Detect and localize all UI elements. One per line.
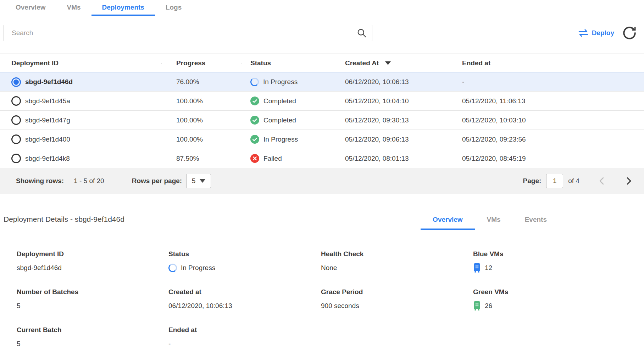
details-header: Deployment Details - sbgd-9ef1d46d Overv… <box>0 215 644 230</box>
deployments-table: Deployment ID Progress Status Created At… <box>0 54 644 194</box>
deployment-id: sbgd-9ef1d45a <box>25 97 70 105</box>
table-header-row: Deployment ID Progress Status Created At… <box>0 54 644 72</box>
spinner-icon <box>250 78 259 86</box>
table-row[interactable]: sbgd-9ef1d46d 76.00% In Progress 06/12/2… <box>0 72 644 92</box>
tab-logs[interactable]: Logs <box>155 0 192 16</box>
ended-at-cell: - <box>453 78 644 86</box>
created-at-cell: 05/12/2020, 08:01:13 <box>336 155 453 163</box>
tab-overview[interactable]: Overview <box>5 0 56 16</box>
check-circle-icon <box>250 116 259 125</box>
column-header-status[interactable]: Status <box>241 59 336 67</box>
check-circle-icon <box>250 135 259 144</box>
column-header-progress[interactable]: Progress <box>161 59 241 67</box>
table-row[interactable]: sbgd-9ef1d47g 100.00% Completed 05/12/20… <box>0 111 644 130</box>
deployment-id: sbgd-9ef1d4k8 <box>25 155 70 163</box>
rows-per-page-value: 5 <box>192 177 196 185</box>
ended-at-cell: 05/12/2020, 10:03:10 <box>453 116 644 124</box>
showing-rows-value: 1 - 5 of 20 <box>74 177 104 185</box>
field-status: Status In Progress <box>168 250 321 273</box>
tab-deployments[interactable]: Deployments <box>91 0 155 16</box>
chevron-left-icon[interactable] <box>596 176 607 186</box>
column-header-created-at[interactable]: Created At <box>336 59 453 67</box>
details-tab-bar: Overview VMs Events <box>421 216 559 230</box>
search-input[interactable] <box>12 29 356 37</box>
table-row[interactable]: sbgd-9ef1d400 100.00% In Progress 05/12/… <box>0 130 644 149</box>
row-radio[interactable] <box>11 115 21 125</box>
vm-blue-icon <box>473 263 481 273</box>
details-tab-overview[interactable]: Overview <box>421 216 475 230</box>
row-radio[interactable] <box>11 154 21 163</box>
field-current-batch: Current Batch 5 <box>17 326 168 348</box>
deploy-button[interactable]: Deploy <box>578 29 614 37</box>
deployment-id: sbgd-9ef1d400 <box>25 136 70 143</box>
deploy-label: Deploy <box>592 29 614 37</box>
status-text: Completed <box>263 116 296 124</box>
x-circle-icon <box>250 154 259 163</box>
vm-green-icon <box>473 301 481 310</box>
deployment-id: sbgd-9ef1d47g <box>25 116 70 124</box>
dropdown-arrow-icon <box>200 179 205 183</box>
rows-per-page-select[interactable]: 5 <box>186 174 211 188</box>
progress-cell: 87.50% <box>161 155 241 163</box>
deployments-page: Overview VMs Deployments Logs Deploy Dep… <box>0 0 644 352</box>
field-created-at: Created at 06/12/2020, 10:06:13 <box>168 288 321 310</box>
progress-cell: 100.00% <box>161 97 241 105</box>
field-number-of-batches: Number of Batches 5 <box>17 288 168 310</box>
field-green-vms: Green VMs 26 <box>473 288 644 310</box>
page-label: Page: <box>523 177 542 185</box>
rows-per-page-label: Rows per page: <box>132 177 182 185</box>
status-text: In Progress <box>263 136 298 143</box>
refresh-icon[interactable] <box>622 26 637 40</box>
details-tab-events[interactable]: Events <box>513 216 559 230</box>
row-radio[interactable] <box>11 96 21 106</box>
created-at-cell: 05/12/2020, 09:06:13 <box>336 136 453 143</box>
top-tab-bar: Overview VMs Deployments Logs <box>0 0 644 16</box>
created-at-cell: 05/12/2020, 09:30:13 <box>336 116 453 124</box>
ended-at-cell: 05/12/2020, 08:45:19 <box>453 155 644 163</box>
deployment-id: sbgd-9ef1d46d <box>25 78 73 86</box>
ended-at-cell: 05/12/2020, 09:23:56 <box>453 136 644 143</box>
page-total: of 4 <box>568 177 579 185</box>
showing-rows-label: Showing rows: <box>16 177 64 185</box>
field-ended-at: Ended at - <box>168 326 321 348</box>
field-deployment-id: Deployment ID sbgd-9ef1d46d <box>17 250 168 273</box>
toolbar: Deploy <box>0 25 644 41</box>
row-radio-selected[interactable] <box>11 77 21 87</box>
pager: Page: of 4 <box>523 174 634 188</box>
table-row[interactable]: sbgd-9ef1d4k8 87.50% Failed 05/12/2020, … <box>0 149 644 168</box>
created-at-cell: 05/12/2020, 10:04:10 <box>336 97 453 105</box>
details-grid: Deployment ID sbgd-9ef1d46d Status In Pr… <box>0 250 644 348</box>
field-grace-period: Grace Period 900 seconds <box>321 288 473 310</box>
table-footer: Showing rows: 1 - 5 of 20 Rows per page:… <box>0 168 644 194</box>
page-number-input[interactable] <box>546 174 563 188</box>
progress-cell: 100.00% <box>161 136 241 143</box>
status-text: Failed <box>263 155 282 163</box>
chevron-right-icon[interactable] <box>623 176 634 186</box>
field-blue-vms: Blue VMs 12 <box>473 250 644 273</box>
spinner-icon <box>168 264 177 272</box>
table-row[interactable]: sbgd-9ef1d45a 100.00% Completed 05/12/20… <box>0 92 644 111</box>
status-text: In Progress <box>263 78 298 86</box>
sort-desc-icon[interactable] <box>385 61 391 65</box>
details-title: Deployment Details - sbgd-9ef1d46d <box>4 215 124 230</box>
details-tab-vms[interactable]: VMs <box>475 216 513 230</box>
field-health-check: Health Check None <box>321 250 473 273</box>
column-header-ended-at[interactable]: Ended at <box>453 59 644 67</box>
search-box[interactable] <box>4 25 372 41</box>
progress-cell: 100.00% <box>161 116 241 124</box>
row-radio[interactable] <box>11 134 21 144</box>
tab-vms[interactable]: VMs <box>56 0 91 16</box>
swap-arrows-icon <box>578 29 588 37</box>
search-icon <box>356 28 367 38</box>
column-header-deployment-id[interactable]: Deployment ID <box>0 59 161 67</box>
ended-at-cell: 05/12/2020, 11:06:13 <box>453 97 644 105</box>
status-text: Completed <box>263 97 296 105</box>
check-circle-icon <box>250 97 259 105</box>
progress-cell: 76.00% <box>161 78 241 86</box>
created-at-cell: 06/12/2020, 10:06:13 <box>336 78 453 86</box>
